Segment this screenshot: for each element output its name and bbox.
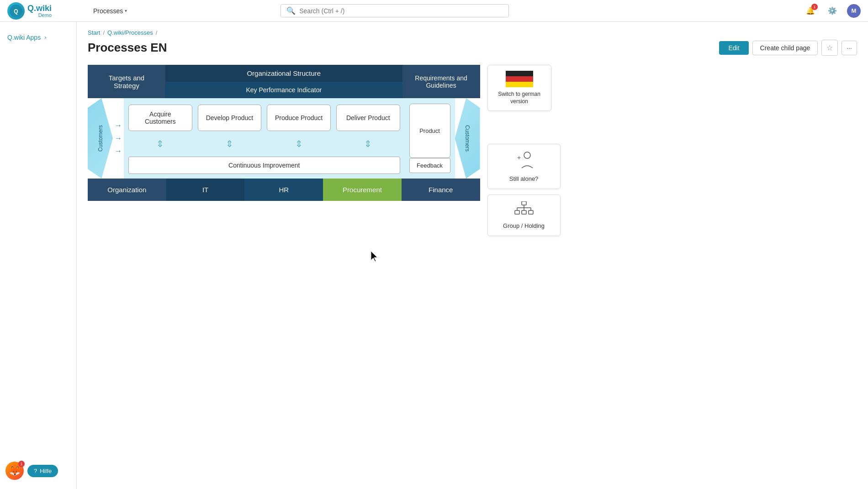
help-avatar-badge: 1 bbox=[18, 461, 25, 467]
hr-label: HR bbox=[279, 186, 289, 194]
notifications-badge: 1 bbox=[811, 4, 818, 10]
flow-inner-and-product: Acquire Customers Develop Product Produc… bbox=[124, 98, 455, 179]
kpi-box[interactable]: Key Performance Indicator bbox=[165, 82, 402, 98]
still-alone-card[interactable]: + Still alone? bbox=[487, 144, 561, 189]
dropdown-arrow-icon: ▾ bbox=[125, 8, 127, 13]
develop-label: Develop Product bbox=[206, 114, 254, 121]
breadcrumb: Start / Q.wiki/Processes / bbox=[88, 29, 857, 36]
customers-left-label: Customers bbox=[97, 125, 104, 152]
top-nav: Q Q.wiki Demo Processes ▾ 🔍 🔔 1 ⚙️ M bbox=[0, 0, 868, 22]
deliver-product-box[interactable]: Deliver Product bbox=[336, 105, 400, 131]
customers-left-arrow: Customers bbox=[88, 98, 113, 179]
flag-red bbox=[506, 76, 533, 82]
search-bar: 🔍 bbox=[281, 4, 509, 17]
continuous-improvement-box[interactable]: Continuous Improvement bbox=[128, 157, 400, 174]
apps-label: Q.wiki Apps bbox=[7, 34, 41, 41]
main-content: Start / Q.wiki/Processes / Processes EN … bbox=[77, 22, 868, 489]
flag-gold bbox=[506, 82, 533, 87]
procurement-box[interactable]: Procurement bbox=[323, 179, 402, 201]
svg-point-2 bbox=[524, 152, 530, 158]
processes-dropdown[interactable]: Processes ▾ bbox=[90, 5, 131, 16]
kpi-label: Key Performance Indicator bbox=[246, 86, 322, 94]
sidebar-item-apps[interactable]: Q.wiki Apps › bbox=[0, 29, 76, 46]
page-header: Processes EN Edit Create child page ☆ ··… bbox=[88, 40, 857, 56]
breadcrumb-qwiki-processes[interactable]: Q.wiki/Processes bbox=[107, 29, 153, 36]
search-input[interactable] bbox=[299, 7, 503, 15]
arrows-col: → → → bbox=[113, 98, 124, 179]
diagram-wrapper: Targets and Strategy Organizational Stru… bbox=[88, 65, 857, 236]
chevron-right-icon: › bbox=[44, 34, 46, 41]
notifications-button[interactable]: 🔔 1 bbox=[803, 4, 818, 18]
org-structure-label: Organizational Structure bbox=[247, 69, 321, 77]
edit-button[interactable]: Edit bbox=[719, 41, 748, 55]
customers-right-label: Customers bbox=[464, 125, 471, 152]
right-side-overlay: Product Feedback bbox=[405, 98, 455, 179]
double-arrow-1: ⇕ bbox=[128, 138, 192, 149]
help-avatar-icon: 🦊 bbox=[9, 465, 21, 476]
breadcrumb-sep1: / bbox=[103, 29, 105, 36]
settings-button[interactable]: ⚙️ bbox=[825, 4, 840, 18]
help-area: 🦊 1 ? Hilfe bbox=[5, 462, 58, 480]
targets-label: Targets and Strategy bbox=[95, 74, 158, 89]
arrow-icon-3: → bbox=[115, 147, 122, 155]
layout: Q.wiki Apps › Start / Q.wiki/Processes /… bbox=[0, 22, 868, 489]
search-icon: 🔍 bbox=[286, 6, 296, 15]
top-row: Targets and Strategy Organizational Stru… bbox=[88, 65, 480, 98]
arrow-icon-1: → bbox=[115, 121, 122, 130]
requirements-box[interactable]: Requirements and Guidelines bbox=[402, 65, 480, 98]
flag-black bbox=[506, 71, 533, 76]
right-side-panels: Switch to german version + Still alone? bbox=[487, 65, 561, 236]
process-flow-wrapper: Customers → → → A bbox=[88, 98, 480, 179]
double-arrow-2: ⇕ bbox=[198, 138, 262, 149]
organization-label: Organization bbox=[107, 186, 146, 194]
group-holding-card[interactable]: Group / Holding bbox=[487, 195, 561, 236]
middle-top-col: Organizational Structure Key Performance… bbox=[165, 65, 402, 98]
customers-right-arrow: Customers bbox=[455, 98, 480, 179]
org-structure-box[interactable]: Organizational Structure bbox=[165, 65, 402, 82]
acquire-customers-box[interactable]: Acquire Customers bbox=[128, 105, 192, 131]
svg-rect-4 bbox=[522, 201, 526, 205]
svg-rect-11 bbox=[522, 210, 526, 214]
feedback-box[interactable]: Feedback bbox=[409, 158, 450, 173]
more-button[interactable]: ··· bbox=[842, 41, 857, 55]
breadcrumb-start[interactable]: Start bbox=[88, 29, 100, 36]
double-arrow-3: ⇕ bbox=[267, 138, 331, 149]
requirements-label: Requirements and Guidelines bbox=[410, 74, 473, 89]
svg-text:+: + bbox=[517, 154, 521, 161]
nav-right: 🔔 1 ⚙️ M bbox=[803, 4, 861, 18]
help-icon: ? bbox=[34, 468, 37, 474]
help-button[interactable]: ? Hilfe bbox=[27, 465, 58, 477]
acquire-label: Acquire Customers bbox=[136, 110, 185, 125]
help-label: Hilfe bbox=[40, 468, 52, 474]
processes-label: Processes bbox=[93, 7, 123, 15]
group-holding-label: Group / Holding bbox=[495, 222, 553, 229]
star-button[interactable]: ☆ bbox=[821, 40, 838, 56]
organization-box[interactable]: Organization bbox=[88, 179, 166, 201]
bottom-row: Organization IT HR Procurement Finance bbox=[88, 179, 480, 201]
avatar[interactable]: M bbox=[847, 4, 861, 18]
german-version-box[interactable]: Switch to german version bbox=[487, 65, 551, 111]
targets-box[interactable]: Targets and Strategy bbox=[88, 65, 165, 98]
produce-product-box[interactable]: Produce Product bbox=[267, 105, 331, 131]
hr-box[interactable]: HR bbox=[244, 179, 323, 201]
product-box[interactable]: Product bbox=[409, 104, 450, 158]
continuous-label: Continuous Improvement bbox=[228, 162, 300, 169]
svg-rect-10 bbox=[515, 210, 519, 214]
feedback-label: Feedback bbox=[417, 162, 443, 169]
page-title: Processes EN bbox=[88, 41, 167, 55]
breadcrumb-sep2: / bbox=[156, 29, 158, 36]
develop-product-box[interactable]: Develop Product bbox=[198, 105, 262, 131]
header-actions: Edit Create child page ☆ ··· bbox=[719, 40, 857, 56]
finance-box[interactable]: Finance bbox=[402, 179, 480, 201]
create-child-button[interactable]: Create child page bbox=[752, 41, 818, 55]
logo-demo: Demo bbox=[27, 12, 52, 18]
help-avatar[interactable]: 🦊 1 bbox=[5, 462, 24, 480]
finance-label: Finance bbox=[429, 186, 453, 194]
double-arrow-4: ⇕ bbox=[336, 138, 400, 149]
still-alone-icon: + bbox=[495, 151, 553, 173]
process-boxes-row: Acquire Customers Develop Product Produc… bbox=[128, 105, 400, 131]
it-box[interactable]: IT bbox=[166, 179, 245, 201]
logo-icon: Q bbox=[7, 2, 25, 20]
produce-label: Produce Product bbox=[275, 114, 323, 121]
product-label: Product bbox=[419, 127, 440, 134]
